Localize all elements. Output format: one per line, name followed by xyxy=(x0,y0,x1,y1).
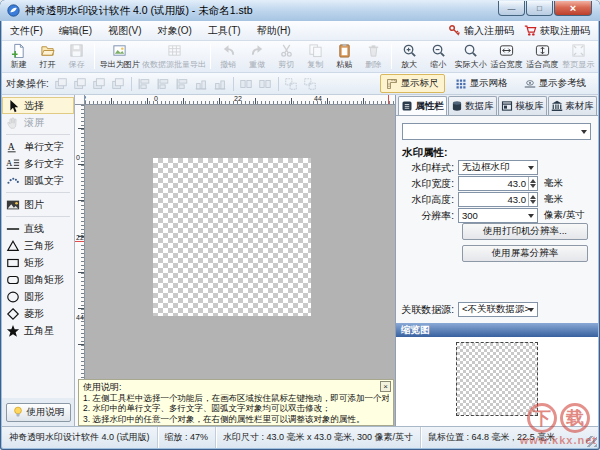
tool-multi-line-text[interactable]: A多行文字 xyxy=(2,155,74,172)
spinner-icon xyxy=(528,177,537,190)
use-printer-resolution-button[interactable]: 使用打印机分辨率... xyxy=(462,223,588,240)
tool-line[interactable]: 直线 xyxy=(2,220,74,237)
same-width-button[interactable] xyxy=(237,75,256,93)
watermark-width-input[interactable]: 43.0 xyxy=(458,176,538,191)
field-label: 水印宽度: xyxy=(396,177,458,191)
tab-database[interactable]: 数据库 xyxy=(448,96,497,115)
menu-edit[interactable]: 编辑(E) xyxy=(51,22,100,40)
show-guides-toggle[interactable]: 显示参考线 xyxy=(518,74,593,93)
toolbar-button-label: 导出为图片 xyxy=(100,59,140,70)
use-screen-resolution-button[interactable]: 使用屏幕分辨率 xyxy=(462,245,588,262)
toolbar-separator xyxy=(94,44,95,69)
resolution-select[interactable]: 300 xyxy=(458,208,538,223)
copy-button[interactable]: 复制 xyxy=(301,42,330,71)
align-bottom-button[interactable] xyxy=(211,75,230,93)
send-backward-button[interactable] xyxy=(109,75,128,93)
zoom-out-button[interactable]: 缩小 xyxy=(424,42,453,71)
tip-box: 使用说明: 1. 左侧工具栏中选择一个功能后，在画布区域按住鼠标左键拖动，即可添… xyxy=(78,379,394,426)
tool-image[interactable]: 图片 xyxy=(2,196,74,213)
align-top-button[interactable] xyxy=(192,75,211,93)
bring-forward-button[interactable] xyxy=(90,75,109,93)
toolbox: 选择滚屏A单行文字A多行文字圆弧文字图片直线三角形矩形圆角矩形圆形菱形五角星 xyxy=(2,95,75,398)
tab-materials[interactable]: 素材库 xyxy=(548,96,597,115)
layers-icon xyxy=(92,77,106,91)
align-right-button[interactable] xyxy=(173,75,192,93)
fit-height-button[interactable]: 适合高度 xyxy=(524,42,560,71)
new-button[interactable]: 新建 xyxy=(4,42,33,71)
minimize-button[interactable]: — xyxy=(498,1,525,16)
canvas[interactable] xyxy=(85,105,395,426)
watermark-height-input[interactable]: 43.0 xyxy=(458,192,538,207)
toolbar-separator xyxy=(210,44,211,69)
usage-help-button[interactable]: 使用说明 xyxy=(6,403,71,422)
ruler-label: 44 xyxy=(76,314,84,321)
ungroup-button[interactable] xyxy=(301,75,320,93)
field-value: 43.0 xyxy=(459,194,528,205)
tip-line: 1. 左侧工具栏中选择一个功能后，在画布区域按住鼠标左键拖动，即可添加一个对象； xyxy=(83,393,389,404)
tab-properties[interactable]: 属性栏 xyxy=(398,96,447,115)
select-icon xyxy=(6,99,20,113)
align-center-button[interactable] xyxy=(154,75,173,93)
guides-icon xyxy=(524,78,536,90)
delete-button[interactable]: 删除 xyxy=(359,42,388,71)
tool-select[interactable]: 选择 xyxy=(2,97,74,114)
menu-view[interactable]: 视图(V) xyxy=(100,22,149,40)
zoom-in-button[interactable]: 放大 xyxy=(395,42,424,71)
fit-page-button[interactable]: 整页显示 xyxy=(560,42,596,71)
watermark-style-select[interactable]: 无边框水印 xyxy=(458,160,538,175)
cut-button[interactable]: 剪切 xyxy=(272,42,301,71)
tool-star[interactable]: 五角星 xyxy=(2,322,74,339)
titlebar[interactable]: 神奇透明水印设计软件 4.0 (试用版) - 未命名1.stb — □ × xyxy=(0,0,600,21)
maximize-button[interactable]: □ xyxy=(526,1,553,16)
key-icon xyxy=(448,24,461,37)
tool-single-line-text[interactable]: A单行文字 xyxy=(2,138,74,155)
batch-export-button[interactable]: 依数据源批量导出 xyxy=(141,42,207,71)
send-to-back-button[interactable] xyxy=(71,75,90,93)
tab-templates[interactable]: 模板库 xyxy=(498,96,547,115)
datasource-select[interactable]: <不关联数据源> xyxy=(458,302,538,317)
paste-button[interactable]: 粘贴 xyxy=(330,42,359,71)
show-ruler-toggle[interactable]: 显示标尺 xyxy=(380,74,445,93)
menu-file[interactable]: 文件(F) xyxy=(2,22,51,40)
fit-width-icon xyxy=(499,43,514,58)
bring-to-front-button[interactable] xyxy=(52,75,71,93)
redo-button[interactable]: 重做 xyxy=(243,42,272,71)
menu-object[interactable]: 对象(O) xyxy=(149,22,199,40)
same-height-button[interactable] xyxy=(256,75,275,93)
undo-button[interactable]: 撤销 xyxy=(214,42,243,71)
ruler-label: 0 xyxy=(76,154,80,161)
tool-pan[interactable]: 滚屏 xyxy=(2,114,74,131)
tool-diamond[interactable]: 菱形 xyxy=(2,305,74,322)
tool-circle[interactable]: 圆形 xyxy=(2,288,74,305)
fit-width-button[interactable]: 适合宽度 xyxy=(489,42,525,71)
group-button[interactable] xyxy=(282,75,301,93)
toolbox-separator xyxy=(6,134,70,135)
h-ruler-cursor-marker xyxy=(388,95,389,104)
show-grid-toggle[interactable]: 显示网格 xyxy=(449,74,514,93)
tool-rounded-rectangle[interactable]: 圆角矩形 xyxy=(2,271,74,288)
object-selector-dropdown[interactable] xyxy=(402,123,591,140)
enter-reg-code-link[interactable]: 输入注册码 xyxy=(448,24,514,38)
toolbar-button-label: 新建 xyxy=(11,59,27,70)
tool-rectangle[interactable]: 矩形 xyxy=(2,254,74,271)
get-reg-code-link[interactable]: 获取注册码 xyxy=(524,24,590,38)
toolbar-button-label: 撤销 xyxy=(220,59,236,70)
menu-tools[interactable]: 工具(T) xyxy=(200,22,249,40)
close-button[interactable]: × xyxy=(554,1,592,16)
open-button[interactable]: 打开 xyxy=(33,42,62,71)
align-h-icon xyxy=(213,77,227,91)
resize-grip[interactable] xyxy=(586,436,597,447)
save-button[interactable]: 保存 xyxy=(62,42,91,71)
export-image-button[interactable]: 导出为图片 xyxy=(98,42,141,71)
watermark-canvas[interactable] xyxy=(153,158,311,316)
tip-close-button[interactable]: × xyxy=(380,381,391,392)
tool-arc-text[interactable]: 圆弧文字 xyxy=(2,172,74,189)
tab-label: 属性栏 xyxy=(415,100,444,113)
actual-size-button[interactable]: 实际大小 xyxy=(453,42,489,71)
align-left-button[interactable] xyxy=(135,75,154,93)
panel-tabs: 属性栏数据库模板库素材库 xyxy=(396,95,598,115)
multi-text-icon: A xyxy=(6,157,20,171)
menu-help[interactable]: 帮助(H) xyxy=(249,22,299,40)
tool-triangle[interactable]: 三角形 xyxy=(2,237,74,254)
database-icon xyxy=(451,100,463,112)
